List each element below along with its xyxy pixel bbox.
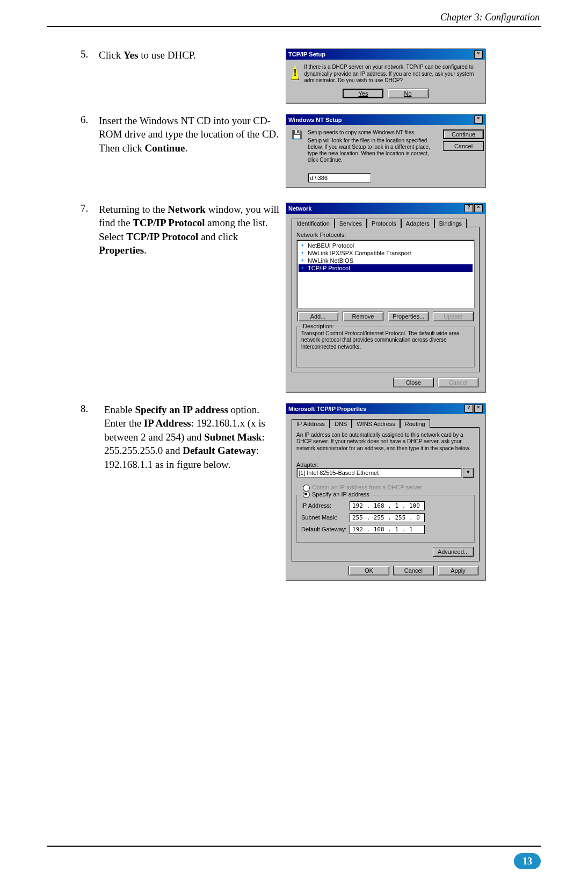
radio-specify-ip[interactable]: Specify an IP address xyxy=(301,491,371,499)
protocol-icon: 🔹 xyxy=(299,250,306,256)
ip-input[interactable]: 192 . 168 . 1 . 100 xyxy=(350,501,425,510)
tcpip-setup-dialog: TCP/IP Setup × ! If there is a DHCP serv… xyxy=(286,48,485,103)
tab-bindings[interactable]: Bindings xyxy=(434,219,467,228)
dropdown-icon[interactable]: ▾ xyxy=(463,468,474,478)
apply-button[interactable]: Apply xyxy=(438,566,478,575)
close-button[interactable]: Close xyxy=(393,378,434,387)
cancel-button[interactable]: Cancel xyxy=(393,566,434,575)
yes-button[interactable]: Yes xyxy=(343,89,383,98)
protocol-icon: 🔹 xyxy=(299,242,306,249)
protocol-icon: 🔹 xyxy=(299,257,306,264)
step-7-text: Returning to the Network window, you wil… xyxy=(99,203,280,258)
header-rule xyxy=(47,26,541,27)
help-icon[interactable]: ? xyxy=(464,405,473,413)
protocol-icon: 🔹 xyxy=(299,265,306,271)
properties-button[interactable]: Properties... xyxy=(388,312,429,321)
setup-line1: Setup needs to copy some Windows NT file… xyxy=(308,129,437,135)
help-icon[interactable]: ? xyxy=(464,204,473,212)
dialog-message: If there is a DHCP server on your networ… xyxy=(304,64,480,84)
tab-dns[interactable]: DNS xyxy=(330,419,352,428)
radio-obtain-dhcp[interactable]: Obtain an IP address from a DHCP server xyxy=(303,484,475,492)
add-button[interactable]: Add... xyxy=(297,312,338,321)
step-7-number: 7. xyxy=(81,203,99,214)
gateway-input[interactable]: 192 . 168 . 1 . 1 xyxy=(350,525,425,534)
warning-icon: ! xyxy=(292,64,299,80)
page-number: 13 xyxy=(514,853,541,869)
setup-line2: Setup will look for the files in the loc… xyxy=(308,138,437,163)
no-button[interactable]: No xyxy=(388,89,429,98)
close-icon[interactable]: × xyxy=(474,116,483,124)
ok-button[interactable]: OK xyxy=(349,566,389,575)
step-5-number: 5. xyxy=(81,48,99,60)
description-text: Transport Control Protocol/Internet Prot… xyxy=(301,330,470,351)
tab-services[interactable]: Services xyxy=(335,219,367,228)
subnet-label: Subnet Mask: xyxy=(301,514,350,521)
network-dialog: Network ? × IdentificationServicesProtoc… xyxy=(286,203,485,392)
protocols-list[interactable]: 🔹NetBEUI Protocol 🔹NWLink IPX/SPX Compat… xyxy=(296,240,475,308)
step-6-number: 6. xyxy=(81,114,99,126)
tab-adapters[interactable]: Adapters xyxy=(401,219,434,228)
list-item[interactable]: 🔹NWLink NetBIOS xyxy=(299,257,473,264)
continue-button[interactable]: Continue xyxy=(443,129,484,139)
path-input[interactable]: d:\i386 xyxy=(308,173,371,183)
tab-identification[interactable]: Identification xyxy=(292,219,335,228)
dialog-title: Microsoft TCP/IP Properties xyxy=(288,406,366,412)
dialog-title: Network xyxy=(288,205,311,212)
tab-wins[interactable]: WINS Address xyxy=(352,419,400,428)
dialog-title: Windows NT Setup xyxy=(288,117,342,123)
tab-routing[interactable]: Routing xyxy=(400,419,430,428)
cancel-button[interactable]: Cancel xyxy=(443,141,484,151)
step-6-text: Insert the Windows NT CD into your CD-RO… xyxy=(99,114,280,155)
protocols-label: Network Protocols: xyxy=(296,232,475,238)
list-item[interactable]: 🔹NetBEUI Protocol xyxy=(299,242,473,249)
intro-text: An IP address can be automatically assig… xyxy=(296,432,475,452)
advanced-button[interactable]: Advanced... xyxy=(433,547,474,557)
list-item[interactable]: 🔹NWLink IPX/SPX Compatible Transport xyxy=(299,249,473,257)
list-item-selected[interactable]: 🔹TCP/IP Protocol xyxy=(299,264,473,272)
cancel-button: Cancel xyxy=(438,378,478,387)
tab-ip-address[interactable]: IP Address xyxy=(292,419,330,428)
close-icon[interactable]: × xyxy=(474,405,483,413)
description-label: Description: xyxy=(301,323,336,329)
update-button: Update xyxy=(433,312,474,321)
remove-button[interactable]: Remove xyxy=(343,312,383,321)
step-5-text: Click Yes to use DHCP. xyxy=(99,48,280,62)
adapter-label: Adapter: xyxy=(296,461,475,468)
footer-rule xyxy=(47,846,541,847)
nt-setup-dialog: Windows NT Setup × 💾 Setup needs to copy… xyxy=(286,114,485,187)
step-8-text: Enable Specify an IP address option. Ent… xyxy=(104,403,280,472)
tcpip-properties-dialog: Microsoft TCP/IP Properties ? × IP Addre… xyxy=(286,403,485,580)
tab-protocols[interactable]: Protocols xyxy=(367,219,401,228)
subnet-input[interactable]: 255 . 255 . 255 . 0 xyxy=(350,513,425,522)
dialog-title: TCP/IP Setup xyxy=(288,51,325,57)
close-icon[interactable]: × xyxy=(474,204,483,212)
disk-icon: 💾 xyxy=(292,129,302,183)
page-header: Chapter 3: Configuration xyxy=(440,12,540,23)
ip-label: IP Address: xyxy=(301,502,350,509)
close-icon[interactable]: × xyxy=(474,51,483,59)
step-8-number: 8. xyxy=(81,403,104,415)
gateway-label: Default Gateway: xyxy=(301,526,350,532)
adapter-select[interactable]: [1] Intel 82595-Based Ethernet xyxy=(296,468,462,478)
